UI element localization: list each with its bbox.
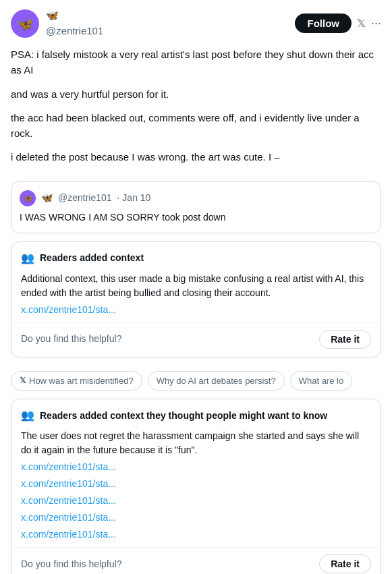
display-name-text: 🦋 — [46, 8, 59, 24]
quoted-tweet-header: 🦋 🦋 @zentrie101 · Jan 10 — [20, 190, 372, 206]
context-card-1-title: Readers added context — [40, 251, 144, 265]
follow-button[interactable]: Follow — [295, 13, 352, 33]
readers-context-icon-2: 👥 — [21, 407, 34, 424]
tags-row: 𝕏 How was art misidentified? Why do AI a… — [0, 366, 392, 399]
context-card-2-header: 👥 Readers added context they thought peo… — [11, 399, 381, 429]
tweet-header: 🦋 🦋 @zentrie101 Follow 𝕏 ··· — [0, 0, 392, 44]
user-info: 🦋 @zentrie101 — [46, 8, 288, 38]
quoted-display-name: 🦋 — [41, 191, 53, 205]
context-card-1-link[interactable]: x.com/zentrie101/sta... — [21, 303, 371, 317]
quoted-avatar: 🦋 — [20, 190, 36, 206]
quoted-tweet[interactable]: 🦋 🦋 @zentrie101 · Jan 10 I WAS WRONG I A… — [11, 181, 381, 233]
avatar[interactable]: 🦋 — [11, 9, 39, 38]
helpful-text-2: Do you find this helpful? — [21, 557, 121, 571]
tag-label-2: Why do AI art debates persist? — [157, 374, 276, 388]
context-card-1: 👥 Readers added context Additional conte… — [11, 241, 381, 357]
context-card-2-title: Readers added context they thought peopl… — [40, 409, 327, 423]
tag-chip-2[interactable]: Why do AI art debates persist? — [148, 371, 285, 391]
rate-button-1[interactable]: Rate it — [319, 330, 371, 349]
tweet-paragraph-1: PSA: i falsely mistook a very real artis… — [11, 47, 381, 78]
context-card-1-header: 👥 Readers added context — [11, 242, 381, 272]
header-actions: Follow 𝕏 ··· — [295, 13, 381, 33]
display-name: 🦋 — [46, 8, 288, 24]
readers-context-icon-1: 👥 — [21, 250, 34, 266]
context-card-2-link-1[interactable]: x.com/zentrie101/sta... — [21, 460, 371, 474]
context-card-2-text: The user does not regret the harassment … — [21, 430, 359, 455]
context-card-2-link-5[interactable]: x.com/zentrie101/sta... — [21, 527, 371, 542]
avatar-emoji: 🦋 — [17, 13, 34, 34]
x-logo-icon[interactable]: 𝕏 — [357, 16, 366, 32]
quoted-date: · Jan 10 — [117, 191, 151, 205]
context-card-2-link-2[interactable]: x.com/zentrie101/sta... — [21, 477, 371, 491]
tag-x-prefix-1: 𝕏 — [20, 374, 26, 386]
rate-button-2[interactable]: Rate it — [319, 554, 371, 573]
tag-chip-1[interactable]: 𝕏 How was art misidentified? — [11, 371, 142, 391]
context-card-2-link-4[interactable]: x.com/zentrie101/sta... — [21, 511, 371, 525]
context-card-1-text: Additional context, this user made a big… — [21, 273, 364, 298]
quoted-username: @zentrie101 — [58, 191, 112, 205]
context-card-2: 👥 Readers added context they thought peo… — [11, 399, 381, 574]
context-card-2-footer: Do you find this helpful? Rate it — [11, 547, 381, 574]
helpful-text-1: Do you find this helpful? — [21, 332, 121, 346]
context-card-1-body: Additional context, this user made a big… — [11, 272, 381, 322]
context-card-2-link-3[interactable]: x.com/zentrie101/sta... — [21, 494, 371, 508]
tag-chip-3[interactable]: What are lo — [290, 371, 352, 391]
more-options-icon[interactable]: ··· — [371, 14, 381, 32]
username: @zentrie101 — [46, 24, 288, 39]
tag-label-1: How was art misidentified? — [29, 374, 134, 388]
tweet-body: PSA: i falsely mistook a very real artis… — [0, 44, 392, 173]
quoted-avatar-emoji: 🦋 — [23, 192, 33, 204]
tweet-paragraph-4: i deleted the post because I was wrong. … — [11, 149, 381, 165]
context-card-1-footer: Do you find this helpful? Rate it — [11, 322, 381, 357]
quoted-tweet-text: I WAS WRONG I AM SO SORRY took post down — [20, 210, 372, 225]
tag-label-3: What are lo — [299, 374, 343, 388]
tweet-paragraph-3: the acc had been blacked out, comments w… — [11, 110, 381, 142]
tweet-paragraph-2: and was a very hurtful person for it. — [11, 86, 381, 102]
context-card-2-body: The user does not regret the harassment … — [11, 429, 381, 547]
